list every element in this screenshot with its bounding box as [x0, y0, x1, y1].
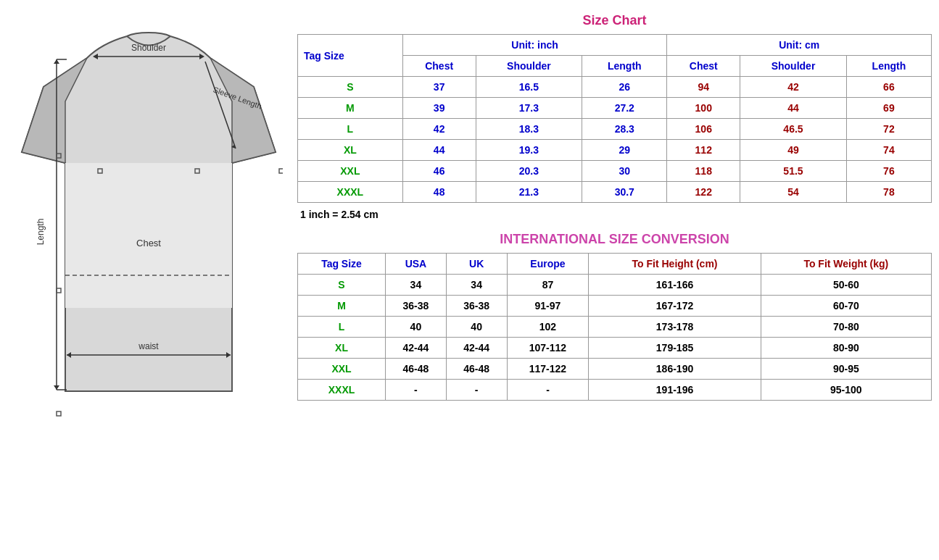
svg-text:Shoulder: Shoulder — [131, 43, 166, 53]
inch-chest-cell: 44 — [402, 140, 476, 161]
cm-length-cell: 72 — [846, 119, 931, 140]
intl-weight-cell: 50-60 — [761, 275, 931, 296]
intl-weight-cell: 80-90 — [761, 338, 931, 359]
inch-chest-cell: 48 — [402, 182, 476, 203]
cm-length-cell: 78 — [846, 182, 931, 203]
intl-uk-cell: - — [446, 380, 507, 401]
intl-height-header: To Fit Height (cm) — [589, 254, 761, 275]
size-chart-title: Size Chart — [297, 7, 932, 34]
cm-length-cell: 66 — [846, 77, 931, 98]
tshirt-svg: Shoulder Sleeve Length Chest Length wais… — [15, 14, 283, 435]
intl-uk-cell: 42-44 — [446, 338, 507, 359]
inch-length-cell: 26 — [582, 77, 667, 98]
svg-rect-0 — [65, 163, 232, 308]
svg-rect-20 — [279, 169, 283, 173]
tag-size-label: Tag Size — [298, 35, 403, 77]
inch-length-cell: 29 — [582, 140, 667, 161]
intl-usa-header: USA — [386, 254, 447, 275]
cm-chest-cell: 100 — [667, 98, 740, 119]
cm-chest-cell: 94 — [667, 77, 740, 98]
intl-uk-cell: 36-38 — [446, 296, 507, 317]
intl-weight-cell: 60-70 — [761, 296, 931, 317]
intl-uk-cell: 40 — [446, 317, 507, 338]
inch-chest-header: Chest — [402, 56, 476, 77]
svg-text:Length: Length — [36, 219, 46, 246]
inch-shoulder-header: Shoulder — [476, 56, 582, 77]
cm-chest-cell: 106 — [667, 119, 740, 140]
cm-chest-cell: 122 — [667, 182, 740, 203]
page-container: Shoulder Sleeve Length Chest Length wais… — [7, 7, 932, 442]
size-chart-row: M 39 17.3 27.2 100 44 69 — [298, 98, 932, 119]
intl-tag-cell: XXL — [298, 359, 386, 380]
cm-shoulder-cell: 54 — [740, 182, 847, 203]
cm-length-cell: 74 — [846, 140, 931, 161]
svg-text:Chest: Chest — [136, 238, 161, 248]
intl-weight-cell: 95-100 — [761, 380, 931, 401]
intl-europe-cell: 117-122 — [507, 359, 589, 380]
size-chart-row: XXL 46 20.3 30 118 51.5 76 — [298, 161, 932, 182]
inch-length-cell: 27.2 — [582, 98, 667, 119]
cm-shoulder-cell: 51.5 — [740, 161, 847, 182]
inch-shoulder-cell: 19.3 — [476, 140, 582, 161]
intl-row: XL 42-44 42-44 107-112 179-185 80-90 — [298, 338, 932, 359]
inch-shoulder-cell: 18.3 — [476, 119, 582, 140]
tshirt-diagram: Shoulder Sleeve Length Chest Length wais… — [7, 7, 290, 442]
tables-container: Size Chart Tag Size Unit: inch Unit: cm … — [297, 7, 932, 401]
intl-tag-size-header: Tag Size — [298, 254, 386, 275]
inch-length-cell: 30.7 — [582, 182, 667, 203]
cm-shoulder-cell: 44 — [740, 98, 847, 119]
cm-shoulder-header: Shoulder — [740, 56, 847, 77]
inch-chest-cell: 37 — [402, 77, 476, 98]
unit-inch-header: Unit: inch — [402, 35, 667, 56]
size-chart-row: XL 44 19.3 29 112 49 74 — [298, 140, 932, 161]
intl-title: INTERNATIONAL SIZE CONVERSION — [297, 226, 932, 253]
tag-size-cell: XXXL — [298, 182, 403, 203]
intl-tag-cell: M — [298, 296, 386, 317]
inch-shoulder-cell: 16.5 — [476, 77, 582, 98]
intl-uk-cell: 46-48 — [446, 359, 507, 380]
inch-shoulder-cell: 20.3 — [476, 161, 582, 182]
intl-height-cell: 186-190 — [589, 359, 761, 380]
size-chart-row: L 42 18.3 28.3 106 46.5 72 — [298, 119, 932, 140]
intl-row: L 40 40 102 173-178 70-80 — [298, 317, 932, 338]
cm-length-cell: 69 — [846, 98, 931, 119]
inch-shoulder-cell: 21.3 — [476, 182, 582, 203]
intl-uk-cell: 34 — [446, 275, 507, 296]
intl-europe-cell: - — [507, 380, 589, 401]
inch-length-cell: 30 — [582, 161, 667, 182]
intl-uk-header: UK — [446, 254, 507, 275]
intl-europe-cell: 91-97 — [507, 296, 589, 317]
intl-header-row: Tag Size USA UK Europe To Fit Height (cm… — [298, 254, 932, 275]
unit-cm-header: Unit: cm — [667, 35, 932, 56]
tag-size-cell: L — [298, 119, 403, 140]
intl-row: M 36-38 36-38 91-97 167-172 60-70 — [298, 296, 932, 317]
intl-europe-cell: 87 — [507, 275, 589, 296]
inch-length-cell: 28.3 — [582, 119, 667, 140]
intl-row: S 34 34 87 161-166 50-60 — [298, 275, 932, 296]
intl-europe-cell: 102 — [507, 317, 589, 338]
intl-weight-cell: 90-95 — [761, 359, 931, 380]
cm-chest-cell: 112 — [667, 140, 740, 161]
svg-rect-17 — [57, 411, 61, 416]
intl-tag-cell: L — [298, 317, 386, 338]
cm-length-cell: 76 — [846, 161, 931, 182]
intl-tag-cell: S — [298, 275, 386, 296]
cm-length-header: Length — [846, 56, 931, 77]
cm-shoulder-cell: 42 — [740, 77, 847, 98]
cm-shoulder-cell: 46.5 — [740, 119, 847, 140]
inch-length-header: Length — [582, 56, 667, 77]
cm-shoulder-cell: 49 — [740, 140, 847, 161]
inch-chest-cell: 42 — [402, 119, 476, 140]
intl-body: S 34 34 87 161-166 50-60 M 36-38 36-38 9… — [298, 275, 932, 401]
intl-row: XXL 46-48 46-48 117-122 186-190 90-95 — [298, 359, 932, 380]
tag-size-cell: M — [298, 98, 403, 119]
intl-usa-cell: 42-44 — [386, 338, 447, 359]
intl-europe-cell: 107-112 — [507, 338, 589, 359]
intl-height-cell: 191-196 — [589, 380, 761, 401]
intl-usa-cell: 34 — [386, 275, 447, 296]
tag-size-cell: S — [298, 77, 403, 98]
inch-chest-cell: 39 — [402, 98, 476, 119]
size-chart-body: S 37 16.5 26 94 42 66 M 39 17.3 27.2 100… — [298, 77, 932, 203]
cm-chest-cell: 118 — [667, 161, 740, 182]
intl-height-cell: 161-166 — [589, 275, 761, 296]
